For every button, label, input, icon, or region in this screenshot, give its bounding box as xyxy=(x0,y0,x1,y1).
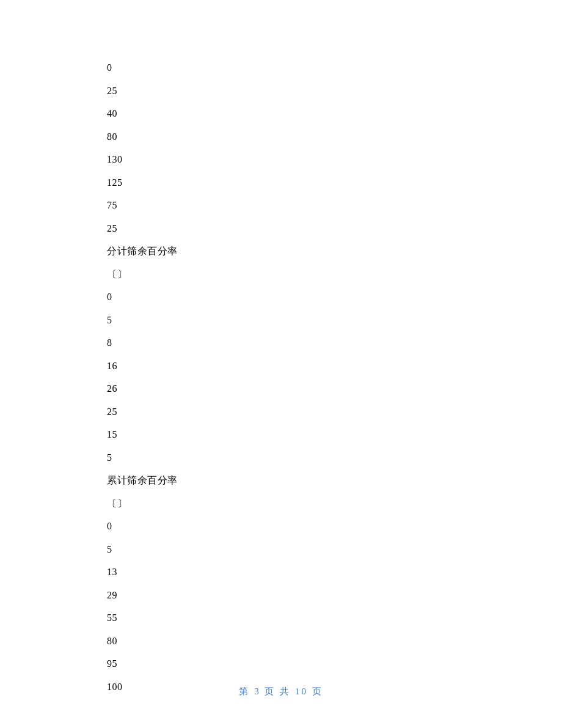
text-line: 13 xyxy=(107,567,455,577)
footer-total-pages: 10 xyxy=(295,686,308,696)
text-line: 0 xyxy=(107,521,455,531)
text-line: 125 xyxy=(107,178,455,188)
text-line: 80 xyxy=(107,636,455,646)
text-line: 累计筛余百分率 xyxy=(107,476,455,485)
text-line: 5 xyxy=(107,453,455,463)
text-line: 16 xyxy=(107,361,455,371)
text-line: 〔〕 xyxy=(107,499,455,509)
text-line: 75 xyxy=(107,200,455,210)
text-line: 29 xyxy=(107,590,455,600)
text-line: 25 xyxy=(107,86,455,96)
page-footer: 第 3 页 共 10 页 xyxy=(0,686,562,697)
document-content: 0 25 40 80 130 125 75 25 分计筛余百分率 〔〕 0 5 … xyxy=(107,63,455,705)
text-line: 8 xyxy=(107,338,455,348)
text-line: 130 xyxy=(107,155,455,164)
footer-current-page: 3 xyxy=(254,686,261,696)
text-line: 分计筛余百分率 xyxy=(107,246,455,256)
text-line: 〔〕 xyxy=(107,270,455,279)
text-line: 40 xyxy=(107,109,455,119)
text-line: 25 xyxy=(107,407,455,417)
text-line: 25 xyxy=(107,224,455,233)
footer-prefix: 第 xyxy=(239,686,254,696)
text-line: 15 xyxy=(107,430,455,439)
text-line: 26 xyxy=(107,384,455,394)
text-line: 0 xyxy=(107,292,455,302)
text-line: 80 xyxy=(107,132,455,142)
footer-middle: 页 共 xyxy=(261,686,295,696)
text-line: 0 xyxy=(107,63,455,73)
text-line: 55 xyxy=(107,613,455,623)
text-line: 5 xyxy=(107,545,455,554)
text-line: 95 xyxy=(107,659,455,669)
text-line: 5 xyxy=(107,315,455,325)
footer-suffix: 页 xyxy=(308,686,323,696)
